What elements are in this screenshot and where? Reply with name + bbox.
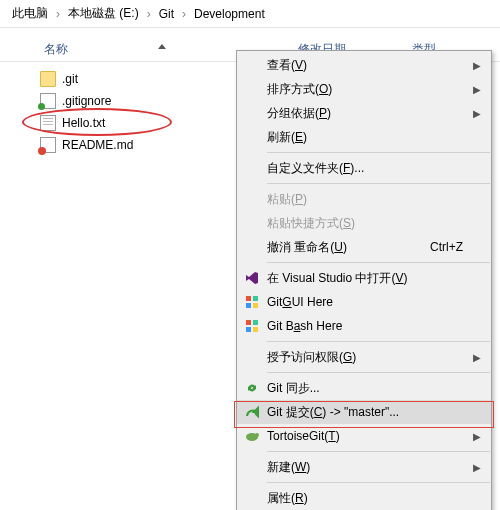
- file-item-gitignore[interactable]: .gitignore: [26, 90, 226, 112]
- crumb-sep: ›: [143, 7, 155, 21]
- separator: [267, 482, 490, 483]
- menu-customize-folder[interactable]: 自定义文件夹(F)...: [237, 156, 491, 180]
- menu-group[interactable]: 分组依据(P)▶: [237, 101, 491, 125]
- menu-new[interactable]: 新建(W)▶: [237, 455, 491, 479]
- svg-rect-6: [246, 327, 251, 332]
- file-item-git[interactable]: .git: [26, 68, 226, 90]
- menu-tortoisegit[interactable]: TortoiseGit(T)▶: [237, 424, 491, 448]
- menu-paste-shortcut: 粘贴快捷方式(S): [237, 211, 491, 235]
- svg-rect-7: [253, 327, 258, 332]
- shortcut-text: Ctrl+Z: [430, 240, 463, 254]
- svg-point-9: [255, 433, 259, 437]
- chevron-right-icon: ▶: [473, 431, 481, 442]
- menu-view[interactable]: 查看(V)▶: [237, 53, 491, 77]
- menu-git-commit[interactable]: Git 提交(C) -> "master"...: [237, 400, 491, 424]
- chevron-right-icon: ▶: [473, 108, 481, 119]
- crumb-dev[interactable]: Development: [190, 7, 269, 21]
- menu-git-sync[interactable]: Git 同步...: [237, 376, 491, 400]
- svg-rect-5: [253, 320, 258, 325]
- chevron-right-icon: ▶: [473, 462, 481, 473]
- menu-git-gui[interactable]: Git GUI Here: [237, 290, 491, 314]
- file-icon: [40, 115, 56, 131]
- menu-give-access[interactable]: 授予访问权限(G)▶: [237, 345, 491, 369]
- separator: [267, 152, 490, 153]
- svg-rect-2: [246, 303, 251, 308]
- breadcrumb[interactable]: 此电脑 › 本地磁盘 (E:) › Git › Development: [0, 0, 500, 28]
- tortoise-icon: [244, 428, 260, 444]
- chevron-right-icon: ▶: [473, 84, 481, 95]
- svg-rect-3: [253, 303, 258, 308]
- file-label: README.md: [62, 138, 133, 152]
- file-icon: [40, 137, 56, 153]
- commit-icon: [244, 404, 260, 420]
- separator: [267, 451, 490, 452]
- chevron-right-icon: ▶: [473, 60, 481, 71]
- menu-refresh[interactable]: 刷新(E): [237, 125, 491, 149]
- menu-undo-rename[interactable]: 撤消 重命名(U)Ctrl+Z: [237, 235, 491, 259]
- separator: [267, 262, 490, 263]
- context-menu: 查看(V)▶ 排序方式(O)▶ 分组依据(P)▶ 刷新(E) 自定义文件夹(F)…: [236, 50, 492, 510]
- menu-sort[interactable]: 排序方式(O)▶: [237, 77, 491, 101]
- menu-open-in-vs[interactable]: 在 Visual Studio 中打开(V): [237, 266, 491, 290]
- git-icon: [244, 318, 260, 334]
- sync-icon: [244, 380, 260, 396]
- menu-properties[interactable]: 属性(R): [237, 486, 491, 510]
- vs-icon: [244, 270, 260, 286]
- sort-caret-icon: [158, 44, 166, 49]
- menu-git-bash[interactable]: Git Bash Here: [237, 314, 491, 338]
- separator: [267, 341, 490, 342]
- crumb-git[interactable]: Git: [155, 7, 178, 21]
- file-list: .git .gitignore Hello.txt README.md: [26, 68, 226, 156]
- file-label: .gitignore: [62, 94, 111, 108]
- git-icon: [244, 294, 260, 310]
- menu-paste: 粘贴(P): [237, 187, 491, 211]
- file-item-hello[interactable]: Hello.txt: [26, 112, 226, 134]
- chevron-right-icon: ▶: [473, 352, 481, 363]
- crumb-sep: ›: [52, 7, 64, 21]
- svg-rect-4: [246, 320, 251, 325]
- file-icon: [40, 93, 56, 109]
- svg-rect-0: [246, 296, 251, 301]
- crumb-drive[interactable]: 本地磁盘 (E:): [64, 5, 143, 22]
- svg-rect-1: [253, 296, 258, 301]
- file-item-readme[interactable]: README.md: [26, 134, 226, 156]
- col-name[interactable]: 名称: [44, 36, 68, 62]
- menu-label: Git 同步...: [267, 380, 320, 397]
- separator: [267, 372, 490, 373]
- separator: [267, 183, 490, 184]
- file-label: Hello.txt: [62, 116, 105, 130]
- crumb-pc[interactable]: 此电脑: [8, 5, 52, 22]
- crumb-sep: ›: [178, 7, 190, 21]
- file-label: .git: [62, 72, 78, 86]
- folder-icon: [40, 71, 56, 87]
